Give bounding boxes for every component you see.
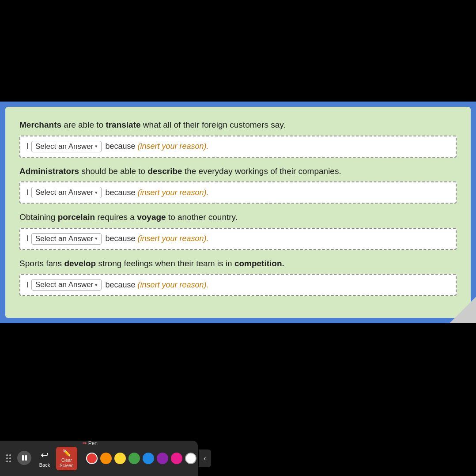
- dropdown-label-2: Select an Answer: [35, 188, 93, 197]
- question-item-3: Obtaining porcelain requires a voyage to…: [19, 212, 457, 250]
- answer-row-1: I Select an Answer ▾ because (insert you…: [19, 136, 457, 158]
- dropdown-arrow-4: ▾: [95, 282, 98, 288]
- pen-indicator: ✏ Pen: [83, 440, 98, 446]
- question-text-2: Administrators should be able to describ…: [19, 166, 457, 178]
- because-text-1: because (insert your reason).: [105, 142, 208, 151]
- insert-reason-2: (insert your reason).: [137, 188, 208, 197]
- dropdown-arrow-1: ▾: [95, 144, 98, 149]
- color-green[interactable]: [128, 453, 140, 464]
- answer-row-4: I Select an Answer ▾ because (insert you…: [19, 274, 457, 296]
- color-orange[interactable]: [100, 453, 112, 464]
- q3-word2: voyage: [137, 212, 166, 222]
- green-card: Merchants are able to translate what all…: [5, 107, 471, 318]
- color-palette: [86, 453, 211, 464]
- eraser-icon: ✏️: [62, 449, 71, 457]
- dropdown-label-1: Select an Answer: [35, 142, 93, 151]
- color-magenta[interactable]: [171, 453, 182, 464]
- select-answer-dropdown-2[interactable]: Select an Answer ▾: [31, 187, 102, 198]
- question-text-3: Obtaining porcelain requires a voyage to…: [19, 212, 457, 223]
- q3-word1: porcelain: [58, 212, 95, 222]
- dropdown-label-4: Select an Answer: [35, 280, 93, 289]
- pipe-4: I: [26, 280, 29, 290]
- color-red[interactable]: [86, 453, 98, 464]
- color-white[interactable]: [185, 453, 196, 464]
- color-blue[interactable]: [143, 453, 154, 464]
- q4-word2: competition.: [234, 259, 284, 268]
- drag-handle[interactable]: [4, 453, 13, 464]
- insert-reason-1: (insert your reason).: [137, 142, 208, 151]
- q4-word1: develop: [64, 259, 96, 268]
- select-answer-dropdown-3[interactable]: Select an Answer ▾: [31, 233, 102, 245]
- q1-word2: translate: [106, 120, 140, 129]
- clear-label: ClearScreen: [60, 458, 74, 468]
- collapse-icon: ‹: [204, 454, 206, 462]
- because-text-2: because (insert your reason).: [105, 188, 208, 197]
- question-text-4: Sports fans develop strong feelings when…: [19, 258, 457, 270]
- question-item-4: Sports fans develop strong feelings when…: [19, 258, 457, 296]
- back-button[interactable]: ↩ Back: [36, 448, 53, 469]
- question-item-1: Merchants are able to translate what all…: [19, 119, 457, 158]
- insert-reason-4: (insert your reason).: [137, 280, 208, 289]
- dropdown-arrow-3: ▾: [95, 236, 98, 242]
- toolbar: ↩ Back ✏️ ClearScreen ✏ Pen ‹: [0, 441, 198, 476]
- clear-screen-button[interactable]: ✏️ ClearScreen: [56, 447, 77, 470]
- pen-icon: ✏: [83, 440, 87, 446]
- color-yellow[interactable]: [114, 453, 126, 464]
- pipe-1: I: [26, 142, 29, 151]
- q2-word2: describe: [147, 166, 182, 176]
- collapse-toolbar-button[interactable]: ‹: [199, 450, 211, 467]
- answer-row-2: I Select an Answer ▾ because (insert you…: [19, 181, 457, 204]
- pipe-3: I: [26, 234, 29, 243]
- dropdown-arrow-2: ▾: [95, 190, 98, 196]
- question-text-1: Merchants are able to translate what all…: [19, 119, 457, 131]
- pipe-2: I: [26, 188, 29, 197]
- answer-row-3: I Select an Answer ▾ because (insert you…: [19, 228, 457, 250]
- because-text-4: because (insert your reason).: [105, 280, 208, 290]
- top-black-area: [0, 0, 476, 102]
- insert-reason-3: (insert your reason).: [137, 234, 208, 243]
- corner-fold: [450, 297, 476, 323]
- back-label: Back: [39, 462, 50, 468]
- pause-button[interactable]: [15, 449, 33, 468]
- select-answer-dropdown-1[interactable]: Select an Answer ▾: [31, 141, 102, 152]
- q1-word1: Merchants: [19, 120, 61, 129]
- blue-frame: Merchants are able to translate what all…: [0, 102, 476, 323]
- select-answer-dropdown-4[interactable]: Select an Answer ▾: [31, 279, 102, 291]
- because-text-3: because (insert your reason).: [105, 234, 208, 243]
- color-purple[interactable]: [157, 453, 168, 464]
- dropdown-label-3: Select an Answer: [35, 234, 93, 243]
- question-item-2: Administrators should be able to describ…: [19, 166, 457, 204]
- pen-label: Pen: [88, 440, 98, 446]
- q2-word1: Administrators: [19, 166, 79, 176]
